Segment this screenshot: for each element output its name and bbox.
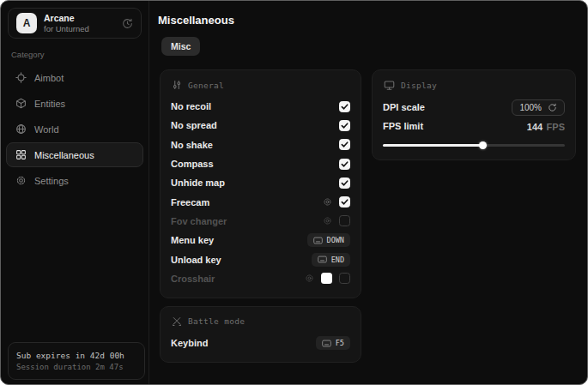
sidebar-item-world[interactable]: World [6,117,143,141]
tab-misc[interactable]: Misc [161,37,200,56]
no-recoil-checkbox[interactable] [339,101,350,112]
compass-checkbox[interactable] [339,159,350,170]
battle-mode-card: Battle mode Keybind F5 [160,306,361,363]
app-name: Arcane [44,13,89,24]
app-window: A Arcane for Unturned Category Aimbot [0,0,588,385]
sidebar-item-settings[interactable]: Settings [6,168,143,193]
menu-key-binding[interactable]: DOWN [307,233,350,247]
tab-bar: Misc [161,37,587,56]
slider-fill [383,144,483,147]
grid-icon [15,149,27,160]
slider-thumb[interactable] [479,141,487,149]
app-avatar: A [16,13,37,33]
card-title: Battle mode [188,316,245,326]
crosshair-checkbox[interactable] [339,273,350,284]
category-label: Category [11,50,138,59]
card-title: Display [401,81,437,90]
sidebar-item-label: World [34,124,59,135]
fps-limit-slider[interactable] [383,141,565,150]
history-icon[interactable] [122,18,133,29]
battle-keybind[interactable]: F5 [316,336,350,350]
no-shake-checkbox[interactable] [339,139,350,150]
gear-icon [15,175,27,186]
no-spread-checkbox[interactable] [339,120,350,131]
unload-key-binding[interactable]: END [312,253,350,267]
setting-row-fps-limit: FPS limit 144 FPS [383,117,565,135]
freecam-checkbox[interactable] [339,196,350,208]
gear-icon[interactable] [323,197,332,207]
sub-expiry-text: Sub expires in 42d 00h [16,349,136,362]
sidebar-item-label: Settings [34,176,69,186]
dpi-scale-control[interactable]: 100% [512,99,565,116]
unhide-map-checkbox[interactable] [339,177,350,189]
main-panel: Miscellaneous Misc General [149,1,587,384]
sliders-icon [172,80,182,90]
setting-row-fov-changer: Fov changer [171,212,350,231]
crosshair-color-swatch[interactable] [321,273,332,284]
setting-row-no-recoil: No recoil [171,97,350,116]
sidebar: A Arcane for Unturned Category Aimbot [1,1,149,384]
page-title: Miscellaneous [158,14,587,27]
sidebar-item-miscellaneous[interactable]: Miscellaneous [6,142,143,167]
setting-row-unload-key: Unload key END [171,250,350,268]
display-card: Display DPI scale 100% F [372,69,576,160]
setting-row-keybind: Keybind F5 [171,334,350,352]
sidebar-item-label: Aimbot [34,73,64,83]
app-header: A Arcane for Unturned [8,8,142,39]
setting-row-dpi-scale: DPI scale 100% [383,98,565,117]
gear-icon[interactable] [305,274,314,283]
setting-row-menu-key: Menu key DOWN [171,231,350,250]
globe-icon [15,123,27,135]
subscription-info: Sub expires in 42d 00h Session duration … [8,342,145,380]
setting-row-freecam: Freecam [171,192,350,211]
keyboard-icon [318,256,327,263]
session-duration-text: Session duration 2m 47s [16,362,136,373]
fps-limit-unit: FPS [547,122,565,132]
setting-row-compass: Compass [171,154,350,173]
general-card: General No recoil No spread No shake [160,69,361,298]
sidebar-item-entities[interactable]: Entities [6,91,143,116]
swords-icon [172,316,182,327]
setting-row-no-shake: No shake [171,135,350,154]
setting-row-no-spread: No spread [171,116,350,135]
sidebar-item-label: Entities [34,99,65,109]
setting-row-unhide-map: Unhide map [171,173,350,192]
monitor-icon [384,80,395,91]
keyboard-icon [322,340,331,347]
crosshair-icon [15,72,27,83]
gear-icon[interactable] [323,216,332,226]
app-subtitle: for Unturned [44,24,89,34]
refresh-icon[interactable] [548,103,557,112]
cube-icon [15,98,27,109]
dpi-scale-value: 100% [519,103,542,112]
sidebar-item-aimbot[interactable]: Aimbot [6,65,143,90]
fps-limit-value: 144 [527,122,543,132]
fov-changer-checkbox[interactable] [339,215,350,226]
card-title: General [188,81,224,90]
sidebar-item-label: Miscellaneous [34,150,94,160]
keyboard-icon [313,237,323,244]
sidebar-nav: Aimbot Entities World [1,65,149,193]
setting-row-crosshair: Crosshair [171,269,350,288]
